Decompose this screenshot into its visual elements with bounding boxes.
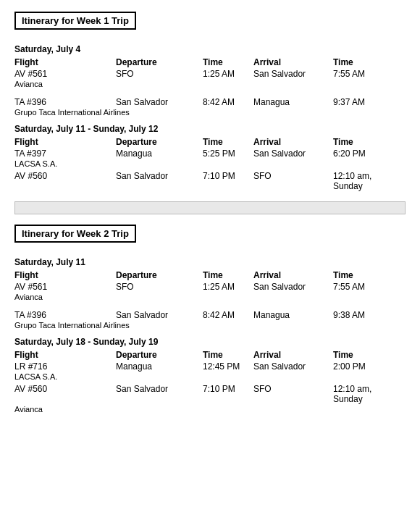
flight-num: AV #560 xyxy=(14,384,116,404)
flight-dep-time: 5:25 PM xyxy=(203,148,253,159)
col-arr-1: Arrival xyxy=(253,57,333,67)
flight-dep: San Salvador xyxy=(116,171,203,191)
table-row: TA #397 Managua 5:25 PM San Salvador 6:2… xyxy=(14,148,406,159)
flight-arr: San Salvador xyxy=(253,282,333,292)
col-arr-w2-1: Arrival xyxy=(253,270,333,280)
week2-title: Itinerary for Week 2 Trip xyxy=(14,225,136,243)
flight-dep: San Salvador xyxy=(116,384,203,404)
week2-date1-col-headers: Flight Departure Time Arrival Time xyxy=(14,270,406,280)
flight-arr: San Salvador xyxy=(253,361,333,372)
week1-date1-col-headers: Flight Departure Time Arrival Time xyxy=(14,57,406,67)
flight-arr-time: 6:20 PM xyxy=(333,148,391,159)
week2-section: Itinerary for Week 2 Trip Saturday, July… xyxy=(14,225,406,414)
table-row: TA #396 San Salvador 8:42 AM Managua 9:3… xyxy=(14,310,406,320)
flight-dep: Managua xyxy=(116,361,203,372)
flight-num: AV #561 xyxy=(14,282,116,292)
col-flight-w2-2: Flight xyxy=(14,350,116,360)
flight-dep: SFO xyxy=(116,69,203,79)
flight-dep-time: 7:10 PM xyxy=(203,171,253,191)
flight-dep-time: 8:42 AM xyxy=(203,310,253,320)
col-dep-1: Departure xyxy=(116,57,203,67)
airline-name: LACSA S.A. xyxy=(14,372,406,381)
airline-name: Grupo Taca International Airlines xyxy=(14,321,406,330)
airline-name: LACSA S.A. xyxy=(14,159,406,168)
flight-dep-time: 12:45 PM xyxy=(203,361,253,372)
flight-arr: SFO xyxy=(253,171,333,191)
col-time-arr-w2-2: Time xyxy=(333,350,391,360)
col-flight-2: Flight xyxy=(14,137,116,147)
flight-arr: San Salvador xyxy=(253,69,333,79)
flight-num: TA #396 xyxy=(14,310,116,320)
flight-arr-time: 9:37 AM xyxy=(333,97,391,107)
flight-arr: SFO xyxy=(253,384,333,404)
flight-num: LR #716 xyxy=(14,361,116,372)
flight-dep-time: 1:25 AM xyxy=(203,69,253,79)
flight-arr: Managua xyxy=(253,97,333,107)
week1-date1-header: Saturday, July 4 xyxy=(14,44,406,54)
col-time-arr-1: Time xyxy=(333,57,391,67)
col-time-arr-2: Time xyxy=(333,137,391,147)
table-row: AV #561 SFO 1:25 AM San Salvador 7:55 AM xyxy=(14,69,406,79)
table-row: TA #396 San Salvador 8:42 AM Managua 9:3… xyxy=(14,97,406,107)
col-time-dep-2: Time xyxy=(203,137,253,147)
flight-arr: San Salvador xyxy=(253,148,333,159)
week1-title: Itinerary for Week 1 Trip xyxy=(14,12,136,30)
col-time-dep-w2-2: Time xyxy=(203,350,253,360)
section-divider xyxy=(14,201,406,214)
flight-arr-time: 7:55 AM xyxy=(333,282,391,292)
flight-num: AV #560 xyxy=(14,171,116,191)
flight-num: TA #397 xyxy=(14,148,116,159)
flight-arr-time: 12:10 am, Sunday xyxy=(333,384,391,404)
flight-arr-time: 12:10 am, Sunday xyxy=(333,171,391,191)
airline-name: Avianca xyxy=(14,293,406,301)
flight-arr: Managua xyxy=(253,310,333,320)
col-dep-w2-1: Departure xyxy=(116,270,203,280)
airline-name: Grupo Taca International Airlines xyxy=(14,108,406,117)
airline-name: Avianca xyxy=(14,405,406,414)
flight-dep-time: 1:25 AM xyxy=(203,282,253,292)
flight-dep: Managua xyxy=(116,148,203,159)
col-dep-2: Departure xyxy=(116,137,203,147)
flight-arr-time: 2:00 PM xyxy=(333,361,391,372)
col-dep-w2-2: Departure xyxy=(116,350,203,360)
flight-dep-time: 7:10 PM xyxy=(203,384,253,404)
flight-dep: SFO xyxy=(116,282,203,292)
table-row: LR #716 Managua 12:45 PM San Salvador 2:… xyxy=(14,361,406,372)
col-time-dep-1: Time xyxy=(203,57,253,67)
week1-date2-col-headers: Flight Departure Time Arrival Time xyxy=(14,137,406,147)
col-arr-w2-2: Arrival xyxy=(253,350,333,360)
week2-date1-header: Saturday, July 11 xyxy=(14,257,406,267)
flight-arr-time: 9:38 AM xyxy=(333,310,391,320)
col-flight-1: Flight xyxy=(14,57,116,67)
flight-dep: San Salvador xyxy=(116,97,203,107)
col-time-dep-w2-1: Time xyxy=(203,270,253,280)
flight-dep-time: 8:42 AM xyxy=(203,97,253,107)
flight-arr-time: 7:55 AM xyxy=(333,69,391,79)
week2-date2-header: Saturday, July 18 - Sunday, July 19 xyxy=(14,337,406,347)
flight-num: AV #561 xyxy=(14,69,116,79)
flight-dep: San Salvador xyxy=(116,310,203,320)
week1-section: Itinerary for Week 1 Trip Saturday, July… xyxy=(14,12,406,191)
table-row: AV #561 SFO 1:25 AM San Salvador 7:55 AM xyxy=(14,282,406,292)
col-arr-2: Arrival xyxy=(253,137,333,147)
col-time-arr-w2-1: Time xyxy=(333,270,391,280)
flight-num: TA #396 xyxy=(14,97,116,107)
week1-date2-header: Saturday, July 11 - Sunday, July 12 xyxy=(14,124,406,134)
table-row: AV #560 San Salvador 7:10 PM SFO 12:10 a… xyxy=(14,384,406,404)
table-row: AV #560 San Salvador 7:10 PM SFO 12:10 a… xyxy=(14,171,406,191)
col-flight-w2-1: Flight xyxy=(14,270,116,280)
airline-name: Avianca xyxy=(14,80,406,88)
week2-date2-col-headers: Flight Departure Time Arrival Time xyxy=(14,350,406,360)
